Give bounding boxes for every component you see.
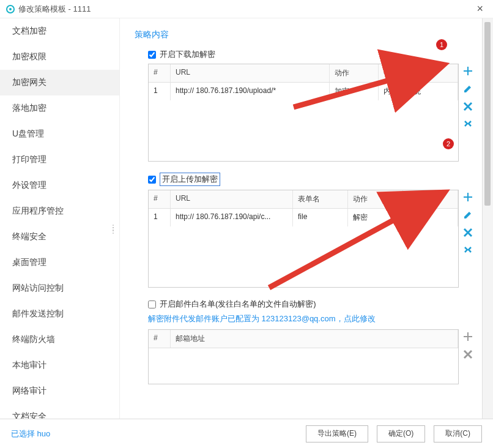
col-url: URL: [171, 64, 330, 82]
ok-button[interactable]: 确定(O): [377, 425, 425, 442]
sidebar-item-11[interactable]: 邮件发送控制: [0, 301, 119, 327]
footer: 已选择 huo 导出策略(E) 确定(O) 取消(C): [0, 419, 493, 448]
col-action: 动作: [330, 64, 379, 82]
edit-icon[interactable]: [463, 210, 473, 222]
sidebar-item-3[interactable]: 落地加密: [0, 95, 119, 121]
sidebar-item-14[interactable]: 网络审计: [0, 378, 119, 404]
col-note: 备注: [379, 64, 458, 82]
download-checkbox-label: 开启下载加解密: [160, 49, 215, 60]
sidebar-item-5[interactable]: 打印管理: [0, 147, 119, 173]
cancel-button[interactable]: 取消(C): [434, 425, 482, 442]
sidebar: 文档加密加密权限加密网关落地加密U盘管理打印管理外设管理应用程序管控终端安全桌面…: [0, 18, 120, 419]
section-heading: 策略内容: [135, 29, 477, 40]
sidebar-item-12[interactable]: 终端防火墙: [0, 327, 119, 353]
download-checkbox[interactable]: [148, 51, 156, 59]
sidebar-item-10[interactable]: 网站访问控制: [0, 275, 119, 301]
download-tools: [459, 64, 477, 162]
download-table[interactable]: # URL 动作 备注 1 http:// 180.76.187.190/upl…: [148, 64, 459, 162]
tools-icon[interactable]: [463, 245, 473, 257]
table-row[interactable]: 1 http:// 180.76.187.190/api/c... file 解…: [149, 209, 458, 226]
app-icon: [6, 5, 15, 13]
upload-tools: [459, 190, 477, 288]
whitelist-config-link[interactable]: 解密附件代发邮件账户已配置为 123123123@qq.com，点此修改: [148, 313, 477, 324]
selection-status: 已选择 huo: [11, 428, 50, 439]
col-idx: #: [149, 64, 171, 82]
upload-checkbox[interactable]: [148, 176, 156, 184]
upload-table[interactable]: # URL 表单名 动作 备注 1 http:// 180.76.187.190…: [148, 190, 459, 288]
whitelist-table[interactable]: # 邮箱地址: [148, 329, 459, 384]
sidebar-item-1[interactable]: 加密权限: [0, 44, 119, 70]
whitelist-checkbox[interactable]: [148, 301, 156, 308]
sidebar-item-8[interactable]: 终端安全: [0, 224, 119, 250]
window-title: 修改策略模板 - 1111: [18, 4, 91, 15]
sidebar-item-9[interactable]: 桌面管理: [0, 250, 119, 275]
sidebar-item-13[interactable]: 本地审计: [0, 353, 119, 378]
edit-icon[interactable]: [463, 84, 473, 95]
content: 策略内容 开启下载加解密 # URL 动作 备注 1 http: [120, 18, 482, 419]
sidebar-item-15[interactable]: 文档安全: [0, 404, 119, 419]
table-row[interactable]: 1 http:// 180.76.187.190/upload/* 加密 内部o…: [149, 83, 458, 100]
sidebar-item-4[interactable]: U盘管理: [0, 121, 119, 147]
add-icon[interactable]: [463, 332, 473, 343]
upload-checkbox-label: 开启上传加解密: [160, 173, 220, 186]
sidebar-item-6[interactable]: 外设管理: [0, 173, 119, 198]
delete-icon[interactable]: [463, 102, 473, 113]
drag-handle-icon[interactable]: ⋮⋮: [109, 226, 117, 231]
tools-icon[interactable]: [463, 119, 473, 131]
add-icon[interactable]: [463, 66, 473, 78]
delete-icon[interactable]: [463, 349, 473, 361]
sidebar-item-0[interactable]: 文档加密: [0, 18, 119, 44]
delete-icon[interactable]: [463, 228, 473, 239]
scrollbar-thumb[interactable]: [484, 22, 491, 206]
sidebar-item-7[interactable]: 应用程序管控: [0, 198, 119, 224]
close-icon[interactable]: ×: [473, 2, 487, 15]
whitelist-checkbox-label: 开启邮件白名单(发往白名单的文件自动解密): [160, 299, 316, 310]
export-button[interactable]: 导出策略(E): [306, 425, 368, 442]
vertical-scrollbar[interactable]: [482, 18, 493, 419]
add-icon[interactable]: [463, 192, 473, 204]
sidebar-item-2[interactable]: 加密网关: [0, 70, 119, 95]
whitelist-tools: [459, 329, 477, 384]
